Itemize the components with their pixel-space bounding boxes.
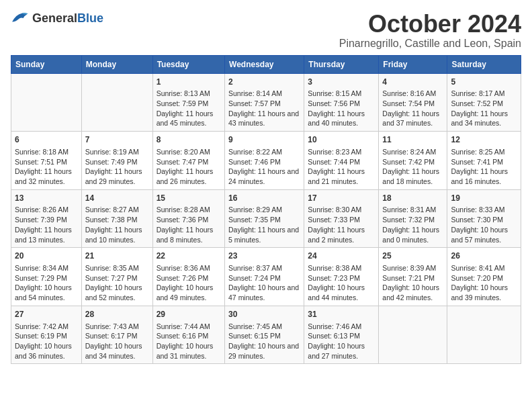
calendar-cell: 17Sunrise: 8:30 AM Sunset: 7:33 PM Dayli… [304, 189, 379, 248]
day-info: Sunrise: 8:20 AM Sunset: 7:47 PM Dayligh… [157, 147, 221, 187]
day-number: 12 [451, 134, 517, 146]
calendar-cell: 10Sunrise: 8:23 AM Sunset: 7:44 PM Dayli… [304, 132, 379, 190]
day-info: Sunrise: 8:15 AM Sunset: 7:56 PM Dayligh… [308, 89, 375, 128]
day-info: Sunrise: 8:35 AM Sunset: 7:27 PM Dayligh… [85, 263, 149, 303]
day-number: 24 [308, 250, 375, 262]
day-number: 4 [382, 77, 443, 88]
day-number: 23 [228, 250, 300, 262]
day-number: 17 [308, 193, 375, 204]
day-number: 15 [157, 193, 221, 204]
calendar-cell: 26Sunrise: 8:41 AM Sunset: 7:20 PM Dayli… [447, 248, 521, 306]
day-number: 27 [15, 309, 78, 320]
day-number: 30 [228, 309, 300, 320]
calendar-cell [11, 73, 82, 132]
calendar-week-row: 6Sunrise: 8:18 AM Sunset: 7:51 PM Daylig… [11, 132, 521, 190]
logo-general-text: General [32, 11, 77, 25]
calendar-cell: 16Sunrise: 8:29 AM Sunset: 7:35 PM Dayli… [225, 189, 304, 248]
column-header-monday: Monday [81, 55, 152, 73]
calendar-cell: 6Sunrise: 8:18 AM Sunset: 7:51 PM Daylig… [11, 132, 82, 190]
calendar-cell: 24Sunrise: 8:38 AM Sunset: 7:23 PM Dayli… [304, 248, 379, 306]
day-number: 20 [15, 250, 78, 262]
day-info: Sunrise: 8:24 AM Sunset: 7:42 PM Dayligh… [382, 147, 443, 187]
calendar-cell: 21Sunrise: 8:35 AM Sunset: 7:27 PM Dayli… [81, 248, 152, 306]
day-info: Sunrise: 8:36 AM Sunset: 7:26 PM Dayligh… [157, 263, 221, 303]
calendar-cell: 29Sunrise: 7:44 AM Sunset: 6:16 PM Dayli… [152, 306, 224, 364]
page-header: GeneralBlue October 2024 Pinarnegrillo, … [11, 11, 521, 50]
day-number: 2 [228, 77, 300, 88]
day-info: Sunrise: 8:38 AM Sunset: 7:23 PM Dayligh… [308, 263, 375, 303]
day-number: 26 [451, 250, 517, 262]
logo: GeneralBlue [11, 11, 103, 26]
calendar-cell: 14Sunrise: 8:27 AM Sunset: 7:38 PM Dayli… [81, 189, 152, 248]
day-number: 10 [308, 134, 375, 146]
day-info: Sunrise: 7:44 AM Sunset: 6:16 PM Dayligh… [157, 322, 221, 361]
day-number: 9 [228, 134, 300, 146]
calendar-cell: 9Sunrise: 8:22 AM Sunset: 7:46 PM Daylig… [225, 132, 304, 190]
calendar-cell: 18Sunrise: 8:31 AM Sunset: 7:32 PM Dayli… [379, 189, 447, 248]
calendar-week-row: 27Sunrise: 7:42 AM Sunset: 6:19 PM Dayli… [11, 306, 521, 364]
calendar-cell: 5Sunrise: 8:17 AM Sunset: 7:52 PM Daylig… [447, 73, 521, 132]
day-number: 25 [382, 250, 443, 262]
day-number: 11 [382, 134, 443, 146]
calendar-cell: 31Sunrise: 7:46 AM Sunset: 6:13 PM Dayli… [304, 306, 379, 364]
day-info: Sunrise: 8:16 AM Sunset: 7:54 PM Dayligh… [382, 89, 443, 128]
day-number: 18 [382, 193, 443, 204]
calendar-cell: 20Sunrise: 8:34 AM Sunset: 7:29 PM Dayli… [11, 248, 82, 306]
day-info: Sunrise: 8:18 AM Sunset: 7:51 PM Dayligh… [15, 147, 78, 187]
day-number: 8 [157, 134, 221, 146]
day-number: 13 [15, 193, 78, 204]
day-info: Sunrise: 8:17 AM Sunset: 7:52 PM Dayligh… [451, 89, 517, 128]
day-number: 7 [85, 134, 149, 146]
day-info: Sunrise: 8:33 AM Sunset: 7:30 PM Dayligh… [451, 205, 517, 244]
logo-blue-text: Blue [77, 11, 103, 25]
day-info: Sunrise: 8:26 AM Sunset: 7:39 PM Dayligh… [15, 205, 78, 244]
calendar-cell: 22Sunrise: 8:36 AM Sunset: 7:26 PM Dayli… [152, 248, 224, 306]
calendar-cell: 3Sunrise: 8:15 AM Sunset: 7:56 PM Daylig… [304, 73, 379, 132]
day-info: Sunrise: 8:28 AM Sunset: 7:36 PM Dayligh… [157, 205, 221, 244]
title-block: October 2024 Pinarnegrillo, Castille and… [339, 11, 521, 50]
calendar-cell: 4Sunrise: 8:16 AM Sunset: 7:54 PM Daylig… [379, 73, 447, 132]
day-info: Sunrise: 7:43 AM Sunset: 6:17 PM Dayligh… [85, 322, 149, 361]
calendar-cell: 23Sunrise: 8:37 AM Sunset: 7:24 PM Dayli… [225, 248, 304, 306]
calendar-cell: 8Sunrise: 8:20 AM Sunset: 7:47 PM Daylig… [152, 132, 224, 190]
day-number: 6 [15, 134, 78, 146]
calendar-cell: 19Sunrise: 8:33 AM Sunset: 7:30 PM Dayli… [447, 189, 521, 248]
day-number: 5 [451, 77, 517, 88]
day-info: Sunrise: 7:42 AM Sunset: 6:19 PM Dayligh… [15, 322, 78, 361]
column-header-thursday: Thursday [304, 55, 379, 73]
calendar-cell: 15Sunrise: 8:28 AM Sunset: 7:36 PM Dayli… [152, 189, 224, 248]
day-number: 21 [85, 250, 149, 262]
day-number: 3 [308, 77, 375, 88]
day-info: Sunrise: 8:23 AM Sunset: 7:44 PM Dayligh… [308, 147, 375, 187]
calendar-cell: 1Sunrise: 8:13 AM Sunset: 7:59 PM Daylig… [152, 73, 224, 132]
day-number: 16 [228, 193, 300, 204]
day-number: 22 [157, 250, 221, 262]
calendar-subtitle: Pinarnegrillo, Castille and Leon, Spain [339, 38, 521, 50]
calendar-cell: 11Sunrise: 8:24 AM Sunset: 7:42 PM Dayli… [379, 132, 447, 190]
day-info: Sunrise: 8:22 AM Sunset: 7:46 PM Dayligh… [228, 147, 300, 187]
calendar-cell: 2Sunrise: 8:14 AM Sunset: 7:57 PM Daylig… [225, 73, 304, 132]
day-info: Sunrise: 8:14 AM Sunset: 7:57 PM Dayligh… [228, 89, 300, 128]
day-number: 1 [157, 77, 221, 88]
calendar-header-row: SundayMondayTuesdayWednesdayThursdayFrid… [11, 55, 521, 73]
day-info: Sunrise: 7:46 AM Sunset: 6:13 PM Dayligh… [308, 322, 375, 361]
calendar-cell: 13Sunrise: 8:26 AM Sunset: 7:39 PM Dayli… [11, 189, 82, 248]
calendar-cell: 30Sunrise: 7:45 AM Sunset: 6:15 PM Dayli… [225, 306, 304, 364]
calendar-table: SundayMondayTuesdayWednesdayThursdayFrid… [11, 55, 521, 365]
day-info: Sunrise: 8:27 AM Sunset: 7:38 PM Dayligh… [85, 205, 149, 244]
calendar-cell: 12Sunrise: 8:25 AM Sunset: 7:41 PM Dayli… [447, 132, 521, 190]
day-info: Sunrise: 8:30 AM Sunset: 7:33 PM Dayligh… [308, 205, 375, 244]
day-info: Sunrise: 8:13 AM Sunset: 7:59 PM Dayligh… [157, 89, 221, 128]
column-header-saturday: Saturday [447, 55, 521, 73]
day-info: Sunrise: 8:29 AM Sunset: 7:35 PM Dayligh… [228, 205, 300, 244]
calendar-cell: 27Sunrise: 7:42 AM Sunset: 6:19 PM Dayli… [11, 306, 82, 364]
calendar-cell [379, 306, 447, 364]
day-info: Sunrise: 8:41 AM Sunset: 7:20 PM Dayligh… [451, 263, 517, 303]
column-header-tuesday: Tuesday [152, 55, 224, 73]
day-info: Sunrise: 8:37 AM Sunset: 7:24 PM Dayligh… [228, 263, 300, 303]
day-info: Sunrise: 8:34 AM Sunset: 7:29 PM Dayligh… [15, 263, 78, 303]
day-number: 19 [451, 193, 517, 204]
calendar-cell: 7Sunrise: 8:19 AM Sunset: 7:49 PM Daylig… [81, 132, 152, 190]
calendar-week-row: 1Sunrise: 8:13 AM Sunset: 7:59 PM Daylig… [11, 73, 521, 132]
calendar-week-row: 20Sunrise: 8:34 AM Sunset: 7:29 PM Dayli… [11, 248, 521, 306]
